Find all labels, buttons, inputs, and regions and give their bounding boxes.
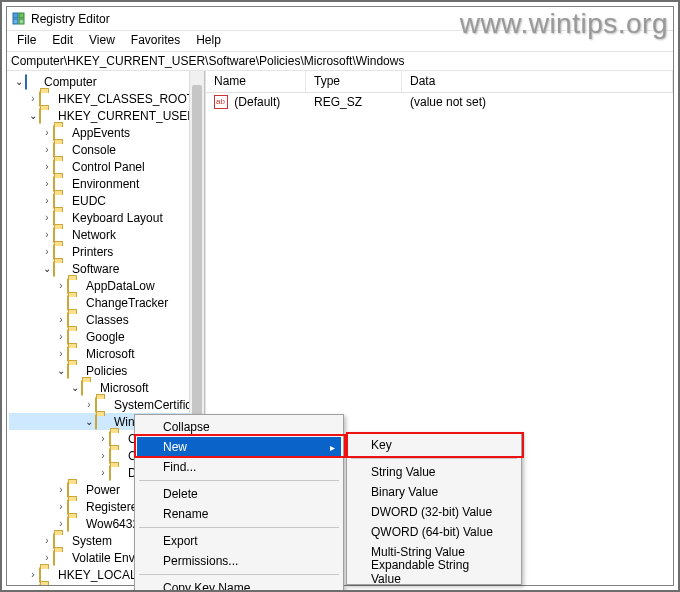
chevron-right-icon[interactable] <box>41 212 53 224</box>
tree-item[interactable]: Microsoft <box>9 345 204 362</box>
menu-favorites[interactable]: Favorites <box>123 31 188 51</box>
tree-item[interactable]: Google <box>9 328 204 345</box>
svg-rect-1 <box>19 13 24 18</box>
tree-item[interactable]: Control Panel <box>9 158 204 175</box>
folder-icon <box>67 330 83 344</box>
chevron-down-icon[interactable] <box>13 76 25 88</box>
context-menu-item[interactable]: Copy Key Name <box>137 578 341 592</box>
chevron-right-icon[interactable] <box>41 178 53 190</box>
context-submenu-item[interactable]: DWORD (32-bit) Value <box>349 502 519 522</box>
context-menu-item[interactable]: Permissions... <box>137 551 341 571</box>
chevron-right-icon[interactable] <box>41 246 53 258</box>
folder-icon <box>95 398 111 412</box>
chevron-right-icon[interactable] <box>41 127 53 139</box>
menu-view[interactable]: View <box>81 31 123 51</box>
tree-item[interactable]: Classes <box>9 311 204 328</box>
context-submenu-item[interactable]: Expandable String Value <box>349 562 519 582</box>
tree-item[interactable]: Microsoft <box>9 379 204 396</box>
chevron-right-icon[interactable] <box>55 501 67 513</box>
chevron-right-icon[interactable] <box>97 450 109 462</box>
context-menu-item[interactable]: Find... <box>137 457 341 477</box>
tree-item[interactable]: AppDataLow <box>9 277 204 294</box>
chevron-right-icon[interactable] <box>41 229 53 241</box>
tree-item-label: Microsoft <box>86 347 135 361</box>
chevron-right-icon[interactable] <box>41 144 53 156</box>
folder-icon <box>109 466 125 480</box>
context-menu[interactable]: CollapseNewFind...DeleteRenameExportPerm… <box>134 414 344 592</box>
chevron-right-icon[interactable] <box>55 314 67 326</box>
context-submenu-item[interactable]: String Value <box>349 462 519 482</box>
chevron-right-icon[interactable] <box>97 467 109 479</box>
context-menu-item[interactable]: Delete <box>137 484 341 504</box>
folder-icon <box>53 228 69 242</box>
tree-item[interactable]: Console <box>9 141 204 158</box>
tree-item-label: HKEY_CLASSES_ROOT <box>58 92 194 106</box>
col-type[interactable]: Type <box>306 71 402 92</box>
chevron-down-icon[interactable] <box>69 382 81 394</box>
menu-help[interactable]: Help <box>188 31 229 51</box>
chevron-right-icon[interactable] <box>27 93 39 105</box>
menu-separator <box>351 458 517 459</box>
registry-icon <box>11 11 27 27</box>
context-menu-item[interactable]: Export <box>137 531 341 551</box>
folder-icon <box>67 364 83 378</box>
context-submenu-item[interactable]: Key <box>349 435 519 455</box>
tree-item[interactable]: HKEY_CLASSES_ROOT <box>9 90 204 107</box>
tree-item[interactable]: Software <box>9 260 204 277</box>
menu-separator <box>139 527 339 528</box>
chevron-right-icon[interactable] <box>55 348 67 360</box>
tree-item-label: Software <box>72 262 119 276</box>
address-bar[interactable]: Computer\HKEY_CURRENT_USER\Software\Poli… <box>7 51 673 71</box>
col-data[interactable]: Data <box>402 71 673 92</box>
value-data: (value not set) <box>402 95 673 109</box>
tree-item[interactable]: Policies <box>9 362 204 379</box>
context-submenu[interactable]: KeyString ValueBinary ValueDWORD (32-bit… <box>346 432 522 585</box>
titlebar[interactable]: Registry Editor <box>7 7 673 31</box>
menu-edit[interactable]: Edit <box>44 31 81 51</box>
tree-item-label: AppDataLow <box>86 279 155 293</box>
chevron-down-icon[interactable] <box>55 365 67 377</box>
chevron-right-icon[interactable] <box>41 552 53 564</box>
tree-item[interactable]: AppEvents <box>9 124 204 141</box>
context-menu-item[interactable]: New <box>137 437 341 457</box>
tree-item[interactable]: SystemCertificates <box>9 396 204 413</box>
chevron-down-icon[interactable] <box>41 263 53 275</box>
tree-item[interactable]: EUDC <box>9 192 204 209</box>
chevron-down-icon[interactable] <box>27 110 39 122</box>
chevron-right-icon[interactable] <box>55 280 67 292</box>
chevron-right-icon[interactable] <box>55 331 67 343</box>
tree-item-label: ChangeTracker <box>86 296 168 310</box>
chevron-down-icon[interactable] <box>83 416 95 428</box>
tree-item[interactable]: ChangeTracker <box>9 294 204 311</box>
tree-item[interactable]: Printers <box>9 243 204 260</box>
chevron-right-icon[interactable] <box>55 518 67 530</box>
value-type: REG_SZ <box>306 95 402 109</box>
tree-item[interactable]: Keyboard Layout <box>9 209 204 226</box>
tree-item-label: HKEY_CURRENT_USER <box>58 109 196 123</box>
chevron-right-icon[interactable] <box>97 433 109 445</box>
list-header[interactable]: Name Type Data <box>206 71 673 93</box>
col-name[interactable]: Name <box>206 71 306 92</box>
folder-icon <box>67 517 83 531</box>
tree-item-label: Console <box>72 143 116 157</box>
tree-item[interactable]: HKEY_CURRENT_USER <box>9 107 204 124</box>
context-menu-item[interactable]: Collapse <box>137 417 341 437</box>
list-row[interactable]: (Default) REG_SZ (value not set) <box>206 93 673 111</box>
tree-item-label: Network <box>72 228 116 242</box>
tree-item[interactable]: Environment <box>9 175 204 192</box>
context-menu-item[interactable]: Rename <box>137 504 341 524</box>
chevron-right-icon[interactable] <box>41 535 53 547</box>
chevron-right-icon[interactable] <box>27 569 39 581</box>
tree-item[interactable]: Network <box>9 226 204 243</box>
chevron-right-icon[interactable] <box>41 195 53 207</box>
tree-item[interactable]: Computer <box>9 73 204 90</box>
menu-file[interactable]: File <box>9 31 44 51</box>
context-submenu-item[interactable]: Binary Value <box>349 482 519 502</box>
chevron-right-icon[interactable] <box>83 399 95 411</box>
tree-item-label: Google <box>86 330 125 344</box>
folder-icon <box>81 381 97 395</box>
chevron-right-icon[interactable] <box>55 484 67 496</box>
computer-icon <box>25 75 41 89</box>
context-submenu-item[interactable]: QWORD (64-bit) Value <box>349 522 519 542</box>
chevron-right-icon[interactable] <box>41 161 53 173</box>
